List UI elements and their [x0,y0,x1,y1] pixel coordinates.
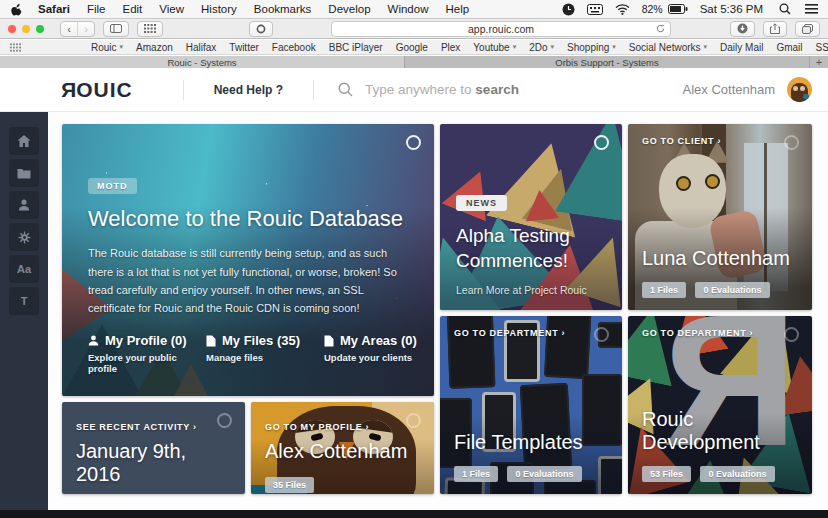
tab-overview-button[interactable] [795,21,820,37]
spotlight-icon[interactable] [779,3,791,15]
bookmark-amazon[interactable]: Amazon [136,42,173,53]
go-to-my-profile-link[interactable]: GO TO MY PROFILE › [265,422,369,432]
favorites-grid-icon[interactable] [10,43,21,52]
bookmark-google[interactable]: Google [396,42,428,53]
bookmark-social-networks[interactable]: Social Networks▾ [629,42,707,53]
back-button[interactable]: ‹ [61,22,77,36]
home-icon [17,135,31,148]
address-bar[interactable]: app.rouic.com [331,21,671,37]
evaluations-count-badge: 0 Evaluations [695,282,769,298]
zoom-window-button[interactable] [36,25,44,33]
menu-develop[interactable]: Develop [328,3,370,15]
close-window-button[interactable] [8,25,16,33]
bookmark-2do[interactable]: 2Do▾ [529,42,554,53]
tab-orbis-support-systems[interactable]: Orbis Support - Systems [404,56,809,68]
menu-bookmarks[interactable]: Bookmarks [254,3,312,15]
my-profile-link[interactable]: My Profile (0) Explore your public profi… [88,333,206,374]
my-profile-sublabel: Explore your public profile [88,352,206,374]
wifi-menu-icon[interactable] [615,4,630,15]
card-circle-button[interactable] [594,135,609,150]
header-divider [313,80,314,100]
bookmark-twitter[interactable]: Twitter [229,42,258,53]
bookmark-rouic[interactable]: Rouic▾ [91,42,123,53]
motd-card[interactable]: MOTD Welcome to the Rouic Database The R… [62,124,434,396]
battery-icon[interactable] [668,4,688,14]
clock-label[interactable]: Sat 5:36 PM [700,3,763,15]
downloads-button[interactable] [730,21,755,37]
forward-button[interactable]: › [77,22,94,36]
tab-bar: Rouic - Systems Orbis Support - Systems … [0,56,828,68]
minimize-window-button[interactable] [22,25,30,33]
notification-center-icon[interactable] [805,4,818,14]
go-to-department-link[interactable]: GO TO DEPARTMENT › [642,328,753,338]
card-circle-button[interactable] [594,327,609,342]
my-areas-link[interactable]: My Areas (0) Update your clients [324,333,434,374]
my-profile-card[interactable]: GO TO MY PROFILE › Alex Cottenham 35 Fil… [251,402,434,494]
share-button[interactable] [763,21,787,37]
new-tab-button[interactable]: + [809,56,828,68]
see-recent-activity-link[interactable]: SEE RECENT ACTIVITY › [76,422,197,432]
card-circle-button[interactable] [784,135,799,150]
tab-rouic-systems[interactable]: Rouic - Systems [0,56,404,68]
menu-safari[interactable]: Safari [38,3,70,15]
bookmark-plex[interactable]: Plex [441,42,460,53]
menu-file[interactable]: File [87,3,106,15]
header-divider [183,80,184,100]
apple-menu-icon[interactable] [10,3,22,16]
user-avatar[interactable] [787,77,812,102]
news-subtitle[interactable]: Learn More at Project Rouic [456,284,608,296]
current-user-name[interactable]: Alex Cottenham [683,82,776,97]
news-title: Alpha Testing Commences! [456,223,591,274]
rouic-logo[interactable]: ROUIC [60,78,133,102]
folder-icon [17,168,31,179]
go-to-client-link[interactable]: GO TO CLIENT › [642,136,721,146]
sidebar-item-clients[interactable] [9,191,39,219]
menu-view[interactable]: View [159,3,184,15]
card-circle-button[interactable] [406,135,421,150]
keyboard-menu-icon[interactable] [587,4,603,15]
department-name: File Templates [454,431,612,454]
files-count-badge: 1 Files [454,466,498,482]
activity-date: January 9th, 2016 [76,440,235,486]
global-search[interactable]: Type anywhere to search [338,82,519,97]
menu-history[interactable]: History [201,3,237,15]
top-sites-button[interactable] [137,21,163,37]
chevron-down-icon: ▾ [513,43,517,51]
file-templates-card[interactable]: GO TO DEPARTMENT › File Templates 1 File… [440,316,622,494]
app-sidebar: Aa T [0,112,48,510]
recent-activity-card[interactable]: SEE RECENT ACTIVITY › January 9th, 2016 … [62,402,245,494]
card-circle-button[interactable] [784,327,799,342]
files-count-badge: 35 Files [265,477,314,493]
bookmark-facebook[interactable]: Facebook [272,42,316,53]
status-menu-icon[interactable] [562,3,575,16]
sidebar-item-home[interactable] [9,127,39,155]
menu-window[interactable]: Window [388,3,429,15]
news-card[interactable]: NEWS Alpha Testing Commences! Learn More… [440,124,622,310]
my-files-link[interactable]: My Files (35) Manage files [206,333,324,374]
sidebar-item-files[interactable] [9,159,39,187]
sidebar-item-settings[interactable] [9,223,39,251]
page-footer-strip [0,510,828,518]
client-card[interactable]: GO TO CLIENT › Luna Cottenham 1 Files 0 … [628,124,812,310]
file-icon [206,335,216,347]
file-icon [324,335,334,347]
bookmarks-bar: Rouic▾ Amazon Halifax Twitter Facebook B… [0,40,828,55]
menu-edit[interactable]: Edit [123,3,143,15]
sidebar-item-text[interactable]: T [9,287,39,315]
bookmark-youtube[interactable]: Youtube▾ [473,42,516,53]
go-to-department-link[interactable]: GO TO DEPARTMENT › [454,328,565,338]
bookmark-daily-mail[interactable]: Daily Mail [720,42,763,53]
development-card[interactable]: R GO TO DEPARTMENT › Rouic Development 5… [628,316,812,494]
sidebar-item-fonts[interactable]: Aa [9,255,39,283]
reload-icon[interactable] [656,24,665,33]
extension-button[interactable] [249,21,273,37]
bookmark-bbc-iplayer[interactable]: BBC iPlayer [329,42,383,53]
bookmark-shopping[interactable]: Shopping▾ [567,42,616,53]
need-help-link[interactable]: Need Help ? [214,83,283,97]
bookmark-halifax[interactable]: Halifax [186,42,217,53]
sidebar-toggle-button[interactable] [103,21,129,37]
bookmark-ssl[interactable]: SSL▾ [816,42,828,53]
menu-help[interactable]: Help [445,3,469,15]
text-label: T [21,295,28,307]
bookmark-gmail[interactable]: Gmail [776,42,802,53]
